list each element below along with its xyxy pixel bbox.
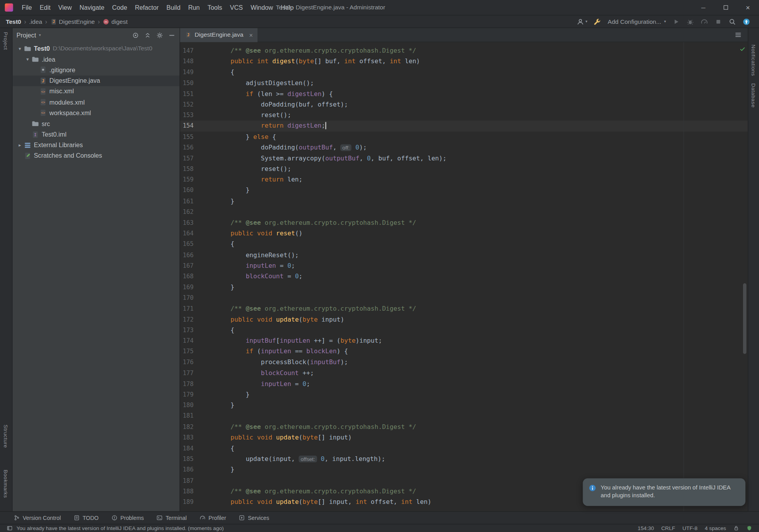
settings-gear-icon[interactable]	[156, 31, 164, 39]
status-shield-icon[interactable]	[747, 525, 752, 531]
menu-view[interactable]: View	[54, 0, 76, 15]
code-line[interactable]: 157 System.arraycopy(outputBuf, 0, buf, …	[180, 153, 748, 164]
debug-button[interactable]	[686, 18, 694, 25]
code-line[interactable]: 180 }	[180, 400, 748, 411]
line-number[interactable]: 174	[180, 336, 215, 347]
code-line[interactable]: 186 }	[180, 464, 748, 475]
toolwindow-button-version-control[interactable]: Version Control	[14, 515, 61, 521]
line-number[interactable]: 162	[180, 206, 215, 217]
stripe-button-database[interactable]: Database	[751, 83, 757, 107]
menu-tools[interactable]: Tools	[204, 0, 226, 15]
code-line[interactable]: 160 }	[180, 185, 748, 196]
chevron-right-icon[interactable]: ▸	[16, 142, 24, 148]
line-number[interactable]: 153	[180, 110, 215, 121]
lock-icon[interactable]	[733, 525, 739, 531]
stripe-button-structure[interactable]: Structure	[3, 425, 9, 448]
toolwindow-button-terminal[interactable]: Terminal	[156, 515, 187, 521]
code-line[interactable]: 182 /** @see org.ethereum.crypto.cryptoh…	[180, 422, 748, 432]
code-line[interactable]: 184 {	[180, 443, 748, 454]
code-line[interactable]: 155 } else {	[180, 132, 748, 142]
line-number[interactable]: 169	[180, 282, 215, 293]
code-line[interactable]: 168 blockCount = 0;	[180, 271, 748, 282]
stripe-button-project[interactable]: Project	[3, 32, 9, 50]
line-number[interactable]: 156	[180, 142, 215, 153]
collapse-all-icon[interactable]	[144, 31, 151, 39]
close-window-button[interactable]: ×	[737, 0, 759, 15]
code-line[interactable]: 151 if (len >= digestLen) {	[180, 89, 748, 100]
code-line[interactable]: 178 inputLen = 0;	[180, 379, 748, 390]
code-line[interactable]: 175 if (inputLen == blockLen) {	[180, 346, 748, 357]
code-line[interactable]: 167 inputLen = 0;	[180, 260, 748, 271]
editor-options-menu-icon[interactable]	[734, 31, 742, 39]
toolwindow-button-services[interactable]: Services	[239, 515, 269, 521]
code-line[interactable]: 163 /** @see org.ethereum.crypto.cryptoh…	[180, 217, 748, 228]
editor-area[interactable]: J DigestEngine.java × 147 /** @see org.e…	[180, 28, 748, 511]
code-line[interactable]: 183 public void update(byte[] input)	[180, 432, 748, 443]
caret-position-widget[interactable]: 154:30	[638, 525, 654, 531]
tree-item-digestengine-java[interactable]: JDigestEngine.java	[12, 75, 180, 86]
tree-item-idea[interactable]: ▾.idea	[12, 54, 180, 65]
line-number[interactable]: 179	[180, 389, 215, 400]
line-number[interactable]: 150	[180, 78, 215, 89]
breadcrumb-item-test0[interactable]: Test0	[6, 18, 21, 25]
line-number[interactable]: 180	[180, 400, 215, 411]
code-line[interactable]: 159 return len;	[180, 174, 748, 185]
toolwindow-button-profiler[interactable]: Profiler	[199, 515, 226, 521]
line-number[interactable]: 161	[180, 196, 215, 207]
code-line[interactable]: 149 {	[180, 67, 748, 78]
line-number[interactable]: 151	[180, 89, 215, 100]
search-everywhere-icon[interactable]	[729, 18, 736, 25]
code-line[interactable]: 171 /** @see org.ethereum.crypto.cryptoh…	[180, 303, 748, 314]
line-number[interactable]: 167	[180, 260, 215, 271]
tree-item-src[interactable]: src	[12, 118, 180, 129]
code-line[interactable]: 153 reset();	[180, 110, 748, 121]
code-line[interactable]: 161 }	[180, 196, 748, 207]
line-number[interactable]: 185	[180, 454, 215, 464]
line-number[interactable]: 148	[180, 56, 215, 67]
menu-refactor[interactable]: Refactor	[131, 0, 163, 15]
menu-vcs[interactable]: VCS	[226, 0, 247, 15]
line-number[interactable]: 181	[180, 411, 215, 422]
breadcrumb-item-digestengine[interactable]: JDigestEngine	[50, 18, 95, 25]
run-button[interactable]	[672, 18, 680, 25]
menu-code[interactable]: Code	[108, 0, 131, 15]
line-number[interactable]: 178	[180, 379, 215, 390]
project-view-selector[interactable]: Project ▾	[16, 32, 41, 39]
line-number[interactable]: 157	[180, 153, 215, 164]
tree-item-gitignore[interactable]: .gitignore	[12, 64, 180, 75]
code-line[interactable]: 154 return digestLen;	[180, 121, 748, 132]
chevron-down-icon[interactable]: ▾	[24, 57, 32, 62]
line-number[interactable]: 170	[180, 293, 215, 304]
build-wrench-icon[interactable]	[594, 18, 601, 25]
line-number[interactable]: 154	[180, 121, 215, 132]
code-line[interactable]: 164 public void reset()	[180, 228, 748, 239]
line-number[interactable]: 160	[180, 185, 215, 196]
stop-button[interactable]	[715, 18, 722, 25]
line-number[interactable]: 163	[180, 217, 215, 228]
breadcrumb-item-digest[interactable]: mdigest	[103, 18, 128, 25]
notification-balloon[interactable]: You already have the latest version of I…	[583, 479, 745, 506]
menu-edit[interactable]: Edit	[36, 0, 55, 15]
code-line[interactable]: 147 /** @see org.ethereum.crypto.cryptoh…	[180, 46, 748, 57]
line-number[interactable]: 182	[180, 422, 215, 432]
line-number[interactable]: 183	[180, 432, 215, 443]
code-line[interactable]: 148 public int digest(byte[] buf, int of…	[180, 56, 748, 67]
line-number[interactable]: 187	[180, 475, 215, 486]
line-ending-widget[interactable]: CRLF	[661, 525, 675, 531]
line-number[interactable]: 159	[180, 174, 215, 185]
code-line[interactable]: 165 {	[180, 239, 748, 250]
code-line[interactable]: 156 doPadding(outputBuf, off: 0);	[180, 142, 748, 153]
tree-item-modules-xml[interactable]: <>modules.xml	[12, 97, 180, 108]
code-line[interactable]: 150 adjustDigestLen();	[180, 78, 748, 89]
stripe-button-bookmarks[interactable]: Bookmarks	[3, 470, 9, 498]
line-number[interactable]: 189	[180, 496, 215, 507]
close-tab-icon[interactable]: ×	[249, 31, 253, 39]
user-widget[interactable]: ▾	[577, 18, 587, 25]
code-line[interactable]: 152 doPadding(buf, offset);	[180, 99, 748, 110]
line-number[interactable]: 166	[180, 250, 215, 261]
line-number[interactable]: 188	[180, 486, 215, 497]
line-number[interactable]: 168	[180, 271, 215, 282]
line-number[interactable]: 171	[180, 303, 215, 314]
line-number[interactable]: 158	[180, 164, 215, 174]
code-line[interactable]: 166 engineReset();	[180, 250, 748, 261]
